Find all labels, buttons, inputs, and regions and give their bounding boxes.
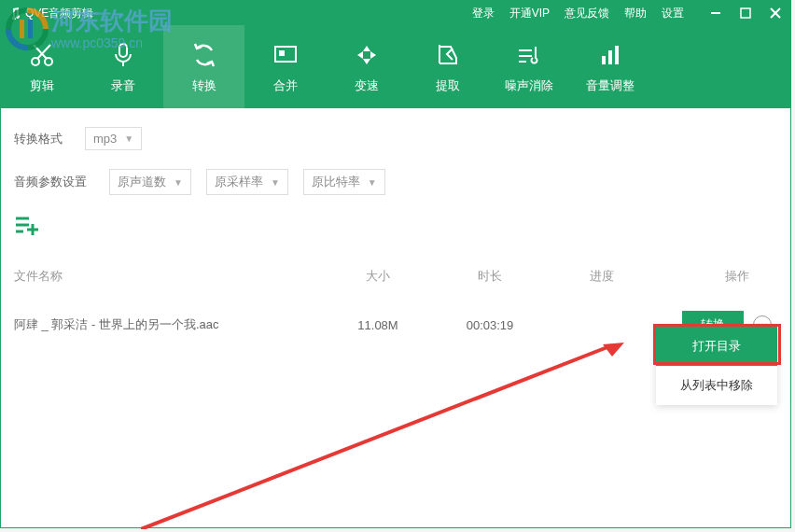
- tab-merge[interactable]: 合并: [244, 25, 326, 108]
- noise-icon: [514, 40, 544, 70]
- bitrate-select[interactable]: 原比特率▼: [303, 169, 385, 195]
- format-value: mp3: [93, 132, 117, 146]
- convert-icon: [189, 40, 219, 70]
- tab-extract[interactable]: 提取: [407, 25, 488, 108]
- format-label: 转换格式: [14, 131, 63, 147]
- channels-select[interactable]: 原声道数▼: [109, 169, 191, 195]
- file-duration: 00:03:19: [434, 318, 546, 332]
- tab-convert[interactable]: 转换: [163, 25, 244, 108]
- svg-rect-11: [279, 50, 285, 56]
- col-progress-header: 进度: [546, 268, 658, 285]
- login-link[interactable]: 登录: [472, 6, 495, 21]
- close-button[interactable]: [768, 6, 783, 21]
- chevron-down-icon: ▼: [271, 177, 280, 188]
- svg-rect-10: [275, 47, 296, 62]
- audio-param-label: 音频参数设置: [14, 174, 87, 190]
- tab-noise[interactable]: 噪声消除: [488, 25, 569, 108]
- chevron-down-icon: ▼: [368, 177, 377, 188]
- col-duration-header: 时长: [434, 268, 546, 285]
- vip-link[interactable]: 开通VIP: [509, 6, 550, 21]
- svg-marker-12: [363, 46, 370, 51]
- annotation-arrow: [141, 343, 626, 529]
- tab-record[interactable]: 录音: [82, 25, 163, 108]
- col-size-header: 大小: [322, 268, 434, 285]
- chevron-down-icon: ▼: [174, 177, 183, 188]
- add-file-icon[interactable]: [14, 214, 40, 236]
- svg-rect-21: [615, 46, 619, 64]
- file-name: 阿肆 _ 郭采洁 - 世界上的另一个我.aac: [14, 316, 322, 333]
- extract-icon: [433, 40, 463, 70]
- svg-marker-14: [357, 51, 363, 59]
- tab-label: 剪辑: [30, 77, 54, 94]
- tab-label: 噪声消除: [505, 77, 553, 94]
- tab-label: 转换: [192, 77, 216, 94]
- mic-icon: [108, 40, 138, 70]
- help-link[interactable]: 帮助: [624, 6, 647, 21]
- tab-cut[interactable]: 剪辑: [1, 25, 82, 108]
- tab-speed[interactable]: 变速: [326, 25, 407, 108]
- svg-line-30: [141, 345, 612, 529]
- samplerate-select[interactable]: 原采样率▼: [206, 169, 288, 195]
- feedback-link[interactable]: 意见反馈: [565, 6, 609, 21]
- volume-icon: [595, 40, 625, 70]
- tab-label: 录音: [111, 77, 135, 94]
- svg-rect-8: [119, 44, 127, 57]
- format-select[interactable]: mp3 ▼: [85, 127, 142, 150]
- svg-rect-20: [608, 50, 612, 64]
- svg-rect-1: [741, 8, 750, 18]
- svg-point-28: [761, 324, 763, 326]
- col-action-header: 操作: [658, 268, 777, 285]
- tab-volume[interactable]: 音量调整: [569, 25, 650, 108]
- app-title: QVE音频剪辑: [25, 6, 93, 21]
- app-logo-icon: [8, 7, 21, 20]
- context-menu: 打开目录 从列表中移除: [656, 327, 777, 405]
- file-size: 11.08M: [322, 318, 434, 332]
- col-name-header: 文件名称: [14, 268, 322, 285]
- svg-point-29: [765, 324, 767, 326]
- chevron-down-icon: ▼: [124, 133, 133, 144]
- tab-label: 变速: [355, 77, 379, 94]
- svg-rect-19: [602, 56, 606, 64]
- maximize-button[interactable]: [738, 6, 753, 21]
- minimize-button[interactable]: [708, 6, 723, 21]
- tab-label: 音量调整: [586, 77, 635, 94]
- svg-marker-15: [370, 51, 376, 59]
- svg-marker-13: [363, 59, 370, 64]
- merge-icon: [271, 40, 300, 70]
- tab-label: 提取: [436, 77, 460, 94]
- svg-point-27: [758, 324, 760, 326]
- tab-label: 合并: [273, 77, 298, 94]
- scissors-icon: [27, 40, 57, 70]
- speed-icon: [352, 40, 382, 70]
- menu-remove-from-list[interactable]: 从列表中移除: [656, 366, 777, 405]
- menu-open-directory[interactable]: 打开目录: [656, 327, 777, 366]
- settings-link[interactable]: 设置: [662, 6, 684, 21]
